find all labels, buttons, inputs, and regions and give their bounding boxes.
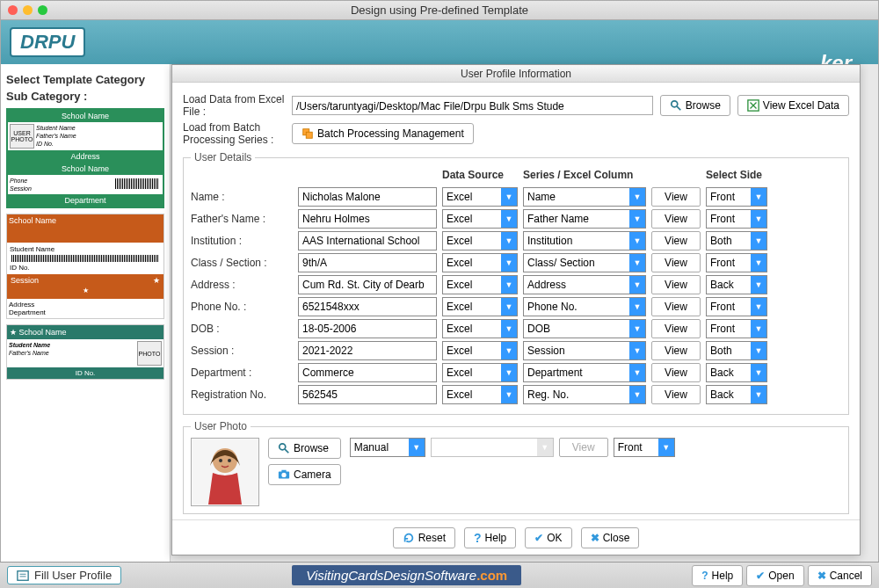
template-thumbnail-3[interactable]: ★ School Name Student Name Father's Name… [6, 324, 164, 380]
minimize-window-icon[interactable] [23, 5, 33, 15]
excel-path-input[interactable]: /Users/taruntyagi/Desktop/Mac File/Drpu … [292, 96, 653, 115]
view-button[interactable]: View [651, 231, 701, 250]
chevron-down-icon: ▼ [629, 342, 645, 359]
excel-column-select[interactable]: Institution▼ [523, 231, 646, 250]
side-select[interactable]: Front▼ [706, 297, 767, 316]
data-source-select[interactable]: Excel▼ [442, 385, 518, 404]
photo-placeholder-icon: USER PHOTO [10, 124, 34, 149]
close-window-icon[interactable] [8, 5, 18, 15]
data-source-select[interactable]: Excel▼ [442, 319, 518, 338]
batch-processing-button[interactable]: Batch Processing Management [292, 123, 474, 144]
excel-column-select[interactable]: Session▼ [523, 341, 646, 360]
side-select[interactable]: Front▼ [706, 319, 767, 338]
help-button[interactable]: ? Help [464, 527, 516, 548]
side-select[interactable]: Both▼ [706, 231, 767, 250]
side-select[interactable]: Back▼ [706, 275, 767, 294]
svg-rect-14 [18, 570, 28, 580]
data-source-select[interactable]: Excel▼ [442, 187, 518, 207]
field-row: Session : Excel▼ Session▼ View Both▼ [191, 341, 841, 360]
photo-browse-button[interactable]: Browse [268, 438, 341, 459]
view-button[interactable]: View [651, 209, 701, 229]
data-source-select[interactable]: Excel▼ [442, 231, 518, 250]
data-source-select[interactable]: Excel▼ [442, 341, 518, 360]
side-select[interactable]: Both▼ [706, 341, 767, 360]
photo-side-select[interactable]: Front▼ [614, 438, 675, 457]
fill-user-profile-button[interactable]: Fill User Profile [7, 566, 121, 584]
excel-column-select[interactable]: Father Name▼ [523, 209, 646, 229]
chevron-down-icon: ▼ [629, 364, 645, 381]
svg-line-10 [285, 449, 288, 453]
view-button[interactable]: View [651, 341, 701, 360]
side-select[interactable]: Back▼ [706, 385, 767, 404]
close-icon: ✖ [591, 532, 599, 544]
help-button-bottom[interactable]: ?Help [692, 565, 743, 586]
excel-column-select[interactable]: DOB▼ [523, 319, 646, 338]
svg-point-7 [219, 459, 222, 462]
field-value-input[interactable] [298, 385, 437, 404]
side-select[interactable]: Front▼ [706, 209, 767, 229]
field-value-input[interactable] [298, 209, 437, 229]
field-label: Session : [191, 345, 293, 357]
data-source-select[interactable]: Excel▼ [442, 275, 518, 294]
search-icon [278, 442, 290, 454]
svg-line-1 [677, 106, 680, 110]
field-value-input[interactable] [298, 187, 437, 207]
camera-icon [278, 468, 290, 481]
field-label: Registration No. [191, 388, 293, 401]
field-value-input[interactable] [298, 231, 437, 250]
view-excel-data-button[interactable]: View Excel Data [737, 95, 849, 116]
browse-excel-button[interactable]: Browse [660, 95, 730, 116]
view-button[interactable]: View [651, 253, 701, 272]
excel-column-select[interactable]: Class/ Section▼ [523, 253, 646, 272]
cancel-button[interactable]: ✖Cancel [808, 565, 872, 586]
chevron-down-icon: ▼ [501, 364, 517, 381]
template-thumbnail-2[interactable]: School Name Student Name ID No. Session★… [6, 214, 164, 319]
view-button[interactable]: View [651, 363, 701, 382]
chevron-down-icon: ▼ [751, 386, 766, 403]
data-source-select[interactable]: Excel▼ [442, 363, 518, 382]
profile-icon [17, 570, 29, 582]
check-icon: ✔ [756, 570, 765, 582]
excel-column-select[interactable]: Phone No.▼ [523, 297, 646, 316]
side-select[interactable]: Back▼ [706, 363, 767, 382]
field-value-input[interactable] [298, 275, 437, 294]
data-source-select[interactable]: Excel▼ [442, 209, 518, 229]
chevron-down-icon: ▼ [501, 254, 517, 272]
ok-button[interactable]: ✔ OK [525, 527, 571, 548]
chevron-down-icon: ▼ [751, 276, 766, 294]
photo-source-select[interactable]: Manual▼ [350, 438, 425, 457]
side-select[interactable]: Front▼ [706, 253, 767, 272]
side-select[interactable]: Front▼ [706, 187, 767, 207]
field-value-input[interactable] [298, 341, 437, 360]
field-row: Class / Section : Excel▼ Class/ Section▼… [191, 253, 841, 272]
excel-column-select[interactable]: Reg. No.▼ [523, 385, 646, 404]
view-button[interactable]: View [651, 319, 701, 338]
reset-button[interactable]: Reset [393, 527, 455, 548]
excel-column-select[interactable]: Address▼ [523, 275, 646, 294]
question-icon: ? [474, 531, 482, 545]
field-row: Registration No. Excel▼ Reg. No.▼ View B… [191, 385, 841, 404]
excel-column-select[interactable]: Department▼ [523, 363, 646, 382]
batch-icon [301, 127, 314, 140]
field-value-input[interactable] [298, 319, 437, 338]
template-thumbnail-1[interactable]: School Name USER PHOTO Student Name Fath… [6, 108, 164, 208]
photo-camera-button[interactable]: Camera [268, 464, 341, 485]
close-button[interactable]: ✖ Close [581, 527, 640, 548]
chevron-down-icon: ▼ [629, 386, 645, 403]
chevron-down-icon: ▼ [629, 320, 645, 338]
open-button[interactable]: ✔Open [746, 565, 803, 586]
view-button[interactable]: View [651, 385, 701, 404]
view-button[interactable]: View [651, 275, 701, 294]
maximize-window-icon[interactable] [38, 5, 47, 15]
field-value-input[interactable] [298, 297, 437, 316]
view-button[interactable]: View [651, 187, 701, 207]
field-value-input[interactable] [298, 253, 437, 272]
data-source-select[interactable]: Excel▼ [442, 297, 518, 316]
excel-column-select[interactable]: Name▼ [523, 187, 646, 207]
field-value-input[interactable] [298, 363, 437, 382]
data-source-select[interactable]: Excel▼ [442, 253, 518, 272]
chevron-down-icon: ▼ [501, 210, 517, 228]
view-button[interactable]: View [651, 297, 701, 316]
chevron-down-icon: ▼ [751, 232, 766, 250]
brand-logo: DRPU [10, 27, 85, 57]
